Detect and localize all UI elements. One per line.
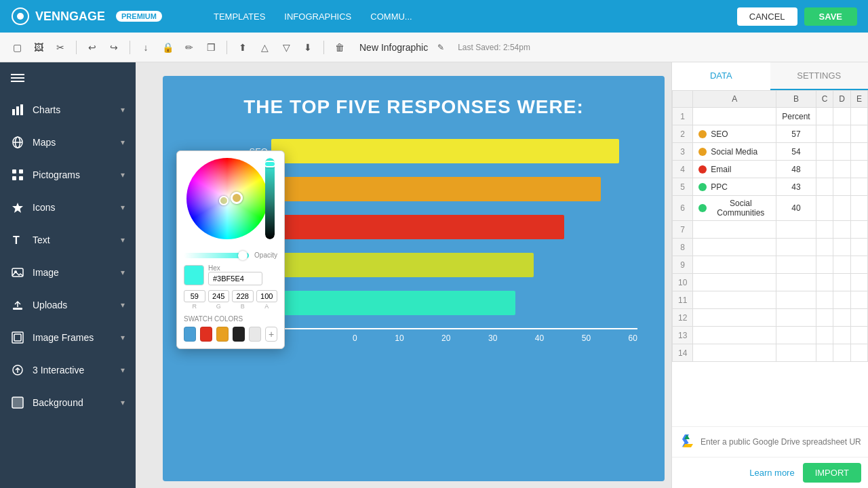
opacity-bar[interactable]: [184, 253, 249, 258]
cell-2a[interactable]: SEO: [693, 125, 776, 143]
cell-4e[interactable]: [850, 161, 867, 178]
cell-5a[interactable]: PPC: [693, 178, 776, 196]
r-input[interactable]: [184, 290, 205, 302]
cell-6c[interactable]: [816, 196, 833, 221]
cell-3a[interactable]: Social Media: [693, 143, 776, 161]
b-input[interactable]: [232, 290, 254, 302]
cell-1e[interactable]: [850, 108, 867, 125]
cell-4c[interactable]: [816, 161, 833, 178]
cell-6d[interactable]: [833, 196, 851, 221]
cell-3e[interactable]: [850, 143, 867, 161]
cell-3b[interactable]: 54: [776, 143, 816, 161]
nav-templates[interactable]: TEMPLATES: [214, 12, 265, 22]
cell-3d[interactable]: [833, 143, 851, 161]
cell-5c[interactable]: [816, 178, 833, 196]
sidebar-item-charts[interactable]: Charts ▾: [0, 94, 136, 126]
color-wheel-cursor-1[interactable]: [219, 196, 229, 205]
cell-5b[interactable]: 43: [776, 178, 816, 196]
sidebar-item-maps[interactable]: Maps ▾: [0, 126, 136, 159]
cell-6a[interactable]: Social Communities: [693, 196, 776, 221]
bar-email[interactable]: [271, 215, 564, 239]
tab-settings[interactable]: SETTINGS: [770, 62, 869, 89]
bar-row-social-communities[interactable]: Social Communities: [271, 290, 637, 316]
cell-1b[interactable]: Percent: [776, 108, 816, 125]
move-down-icon[interactable]: ⬇: [299, 39, 317, 56]
cell-4d[interactable]: [833, 161, 851, 178]
sidebar-item-text[interactable]: T Text ▾: [0, 224, 136, 256]
undo-icon[interactable]: ↩: [83, 39, 101, 56]
color-wheel[interactable]: [186, 158, 275, 246]
brightness-handle[interactable]: [265, 161, 275, 167]
swatch-red[interactable]: [200, 327, 212, 342]
hex-input[interactable]: [208, 272, 262, 285]
sidebar-label-image-frames: Image Frames: [33, 332, 94, 343]
dot-row-2: [698, 130, 707, 138]
image-icon[interactable]: 🖼: [30, 39, 47, 56]
redo-icon[interactable]: ↪: [105, 39, 123, 56]
cell-2c[interactable]: [816, 125, 833, 143]
cell-1c[interactable]: [816, 108, 833, 125]
bar-social-media[interactable]: [271, 177, 601, 201]
swatch-light[interactable]: [249, 327, 261, 342]
drive-url-input[interactable]: [701, 437, 861, 447]
canvas-area[interactable]: THE TOP FIVE RESPONSES WERE: SEO Social …: [136, 62, 671, 488]
swatch-add-button[interactable]: +: [265, 327, 277, 342]
import-button[interactable]: IMPORT: [803, 463, 861, 483]
sidebar-item-pictograms[interactable]: Pictograms ▾: [0, 159, 136, 191]
crop-icon[interactable]: ✂: [52, 39, 69, 56]
cell-2b[interactable]: 57: [776, 125, 816, 143]
move-up-icon[interactable]: ⬆: [234, 39, 252, 56]
swatch-orange[interactable]: [216, 327, 229, 342]
infographic-title[interactable]: New Infographic: [359, 42, 428, 53]
cell-4a[interactable]: Email: [693, 161, 776, 178]
cell-4b[interactable]: 48: [776, 161, 816, 178]
bar-row-email[interactable]: Email: [271, 214, 637, 240]
cell-1a[interactable]: [693, 108, 776, 125]
g-input[interactable]: [208, 290, 230, 302]
save-button[interactable]: SAVE: [804, 7, 857, 26]
nav-infographics[interactable]: INFOGRAPHICS: [284, 12, 351, 22]
cell-2d[interactable]: [833, 125, 851, 143]
bar-social-communities[interactable]: [271, 291, 515, 315]
lock-icon[interactable]: 🔒: [159, 39, 176, 56]
sidebar-item-image[interactable]: Image ▾: [0, 256, 136, 289]
cell-2e[interactable]: [850, 125, 867, 143]
sidebar-item-icons[interactable]: Icons ▾: [0, 191, 136, 224]
a-input[interactable]: [256, 290, 278, 302]
cell-5d[interactable]: [833, 178, 851, 196]
color-preview-swatch[interactable]: [184, 265, 204, 285]
cell-3c[interactable]: [816, 143, 833, 161]
learn-more-link[interactable]: Learn more: [749, 468, 794, 478]
bar-row-seo[interactable]: SEO: [271, 138, 637, 164]
bar-seo[interactable]: [271, 139, 619, 163]
up-icon[interactable]: △: [256, 39, 273, 56]
cancel-button[interactable]: CANCEL: [737, 7, 797, 26]
edit-icon[interactable]: ✏: [180, 39, 198, 56]
bar-row-ppc[interactable]: PPC: [271, 252, 637, 278]
logo[interactable]: VENNGAGE: [11, 7, 105, 26]
nav-community[interactable]: COMMU...: [370, 12, 412, 22]
down-icon[interactable]: ▽: [277, 39, 295, 56]
download-icon[interactable]: ↓: [137, 39, 155, 56]
sidebar-item-interactive[interactable]: 3 Interactive ▾: [0, 354, 136, 386]
cell-6e[interactable]: [850, 196, 867, 221]
cell-6b[interactable]: 40: [776, 196, 816, 221]
tab-data[interactable]: DATA: [672, 62, 770, 90]
swatch-blue[interactable]: [184, 327, 196, 342]
bar-ppc[interactable]: [271, 253, 534, 277]
edit-title-icon[interactable]: ✎: [432, 39, 450, 56]
delete-icon[interactable]: 🗑: [331, 39, 349, 56]
cell-5e[interactable]: [850, 178, 867, 196]
sidebar-item-image-frames[interactable]: Image Frames ▾: [0, 321, 136, 354]
sidebar-item-uploads[interactable]: Uploads ▾: [0, 289, 136, 321]
copy-icon[interactable]: ❒: [202, 39, 220, 56]
swatch-black[interactable]: [233, 327, 245, 342]
hamburger-menu[interactable]: [0, 62, 136, 94]
opacity-handle[interactable]: [238, 251, 248, 260]
bar-row-social-media[interactable]: Social Media: [271, 176, 637, 202]
cell-1d[interactable]: [833, 108, 851, 125]
color-wheel-cursor-2[interactable]: [231, 192, 243, 204]
select-icon[interactable]: ▢: [8, 39, 26, 56]
brightness-bar-container[interactable]: [265, 158, 275, 239]
sidebar-item-background[interactable]: Background ▾: [0, 386, 136, 419]
